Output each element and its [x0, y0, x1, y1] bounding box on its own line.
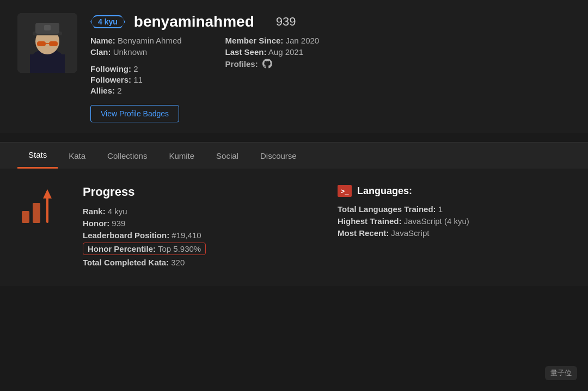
honor-count: 939: [276, 15, 296, 29]
svg-rect-11: [33, 203, 40, 223]
honor-value: 939: [112, 219, 125, 228]
last-seen-row: Last Seen: Aug 2021: [225, 47, 320, 57]
svg-rect-7: [37, 41, 46, 46]
highest-trained-row: Highest Trained: JavaScript (4 kyu): [338, 216, 571, 226]
leaderboard-label: Leaderboard Position:: [83, 231, 169, 240]
tab-kumite[interactable]: Kumite: [158, 144, 205, 168]
tab-social[interactable]: Social: [205, 144, 249, 168]
terminal-icon: >_: [338, 185, 352, 197]
detail-right: Member Since: Jan 2020 Last Seen: Aug 20…: [225, 36, 320, 95]
profiles-row: Profiles:: [225, 59, 320, 69]
followers-value: 11: [133, 75, 143, 84]
tab-discourse[interactable]: Discourse: [249, 144, 308, 168]
percentile-label: Honor Percentile:: [88, 244, 156, 253]
leaderboard-row: Leaderboard Position: #19,410: [83, 231, 316, 240]
clan-label: Clan:: [90, 47, 111, 57]
github-icon: [262, 59, 272, 69]
allies-value: 2: [117, 86, 121, 95]
member-since-label: Member Since:: [225, 36, 284, 45]
profiles-label: Profiles:: [225, 59, 258, 69]
member-since-row: Member Since: Jan 2020: [225, 36, 320, 45]
avatar: [17, 13, 77, 73]
social-stats: Following: 2 Followers: 11 Allies: 2: [90, 64, 182, 95]
most-recent-value: JavaScript: [391, 228, 429, 238]
main-content: Progress Rank: 4 kyu Honor: 939 Leaderbo…: [0, 169, 588, 286]
honor-row: Honor: 939: [83, 219, 316, 228]
honor-percentile-row: Honor Percentile: Top 5.930%: [83, 243, 206, 255]
detail-left: Name: Benyamin Ahmed Clan: Unknown Follo…: [90, 36, 182, 95]
followers-label: Followers:: [90, 75, 131, 84]
svg-rect-10: [22, 211, 29, 223]
last-seen-label: Last Seen:: [225, 47, 267, 57]
watermark: 量子位: [545, 366, 577, 380]
clan-value: Unknown: [113, 47, 148, 57]
progress-icon: [17, 185, 61, 228]
most-recent-row: Most Recent: JavaScript: [338, 228, 571, 238]
svg-rect-6: [44, 25, 51, 30]
languages-section: >_ Languages: Total Languages Trained: 1…: [338, 185, 571, 270]
tab-collections[interactable]: Collections: [96, 144, 158, 168]
most-recent-label: Most Recent:: [338, 228, 389, 238]
following-value: 2: [133, 64, 138, 73]
total-kata-row: Total Completed Kata: 320: [83, 258, 316, 267]
highest-trained-value: JavaScript (4 kyu): [404, 216, 469, 226]
rank-label: Rank:: [83, 207, 106, 216]
following-row: Following: 2: [90, 64, 182, 73]
followers-row: Followers: 11: [90, 75, 182, 84]
username-row: 4 kyu benyaminahmed 939: [90, 13, 571, 30]
profile-section: 4 kyu benyaminahmed 939 Name: Benyamin A…: [0, 0, 588, 133]
leaderboard-value: #19,410: [171, 231, 201, 240]
svg-rect-2: [30, 54, 65, 73]
profile-details: Name: Benyamin Ahmed Clan: Unknown Follo…: [90, 36, 571, 95]
total-kata-value: 320: [171, 258, 185, 267]
progress-title: Progress: [83, 185, 316, 199]
svg-rect-8: [49, 41, 58, 46]
name-label: Name:: [90, 36, 115, 45]
tabs-bar: Stats Kata Collections Kumite Social Dis…: [0, 142, 588, 169]
languages-title: Languages:: [357, 185, 412, 197]
languages-header: >_ Languages:: [338, 185, 571, 197]
last-seen-value: Aug 2021: [268, 47, 303, 57]
profile-header: 4 kyu benyaminahmed 939 Name: Benyamin A…: [17, 13, 571, 133]
rank-badge: 4 kyu: [90, 15, 125, 28]
member-since-value: Jan 2020: [285, 36, 319, 45]
allies-row: Allies: 2: [90, 86, 182, 95]
allies-label: Allies:: [90, 86, 115, 95]
rank-value: 4 kyu: [108, 207, 127, 216]
username: benyaminahmed: [134, 13, 254, 30]
tab-kata[interactable]: Kata: [58, 144, 96, 168]
progress-section: Progress Rank: 4 kyu Honor: 939 Leaderbo…: [83, 185, 316, 270]
total-languages-value: 1: [438, 204, 443, 214]
highest-trained-label: Highest Trained:: [338, 216, 402, 226]
total-kata-label: Total Completed Kata:: [83, 258, 169, 267]
name-row: Name: Benyamin Ahmed: [90, 36, 182, 45]
clan-row: Clan: Unknown: [90, 47, 182, 57]
profile-info: 4 kyu benyaminahmed 939 Name: Benyamin A…: [90, 13, 571, 133]
percentile-value: Top 5.930%: [158, 244, 201, 253]
honor-label: Honor:: [83, 219, 109, 228]
following-label: Following:: [90, 64, 131, 73]
total-languages-label: Total Languages Trained:: [338, 204, 436, 214]
total-languages-row: Total Languages Trained: 1: [338, 204, 571, 214]
view-profile-badges-button[interactable]: View Profile Badges: [90, 105, 179, 122]
svg-marker-13: [43, 189, 52, 198]
rank-row: Rank: 4 kyu: [83, 207, 316, 216]
tab-stats[interactable]: Stats: [17, 142, 58, 169]
name-value: Benyamin Ahmed: [118, 36, 182, 45]
